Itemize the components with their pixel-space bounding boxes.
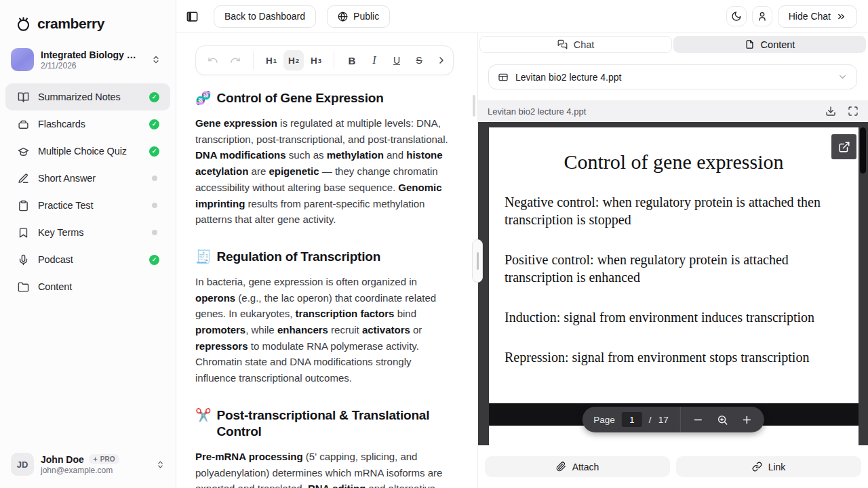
download-icon[interactable] (825, 106, 836, 117)
sidebar-item-key-terms[interactable]: Key Terms (5, 219, 170, 246)
sidebar: cramberry Integrated Biology S… 2/11/202… (0, 0, 176, 488)
panel-tabs: Chat Content (479, 36, 866, 53)
chevrons-up-down-icon (151, 55, 161, 64)
sidebar-item-short-answer[interactable]: Short Answer (5, 165, 170, 192)
status-badge: ✓ (149, 119, 159, 129)
app-name: cramberry (37, 16, 104, 32)
underline-button[interactable]: U (387, 50, 407, 70)
slide-title: Control of gene expression (489, 150, 859, 174)
app-logo: cramberry (15, 15, 176, 32)
fullscreen-icon[interactable] (848, 106, 859, 117)
section-paragraph: In bacteria, gene expression is often or… (195, 274, 454, 386)
sidebar-nav: Summarized Notes ✓ Flashcards ✓ Multiple… (5, 83, 170, 300)
section-heading: 🧬 Control of Gene Expression (195, 90, 454, 106)
zoom-out-icon[interactable] (692, 414, 704, 426)
sidebar-item-label: Podcast (38, 254, 140, 265)
heading3-button[interactable]: H3 (306, 50, 326, 70)
dna-emoji-icon: 🧬 (195, 90, 212, 106)
file-select-value: Levitan bio2 lecture 4.ppt (515, 72, 621, 83)
user-icon (757, 11, 768, 22)
chat-bubble-icon (557, 39, 568, 49)
dark-mode-button[interactable] (726, 6, 747, 26)
status-badge (149, 201, 159, 211)
slide-page-1: Control of gene expression Negative cont… (489, 127, 859, 403)
toolbar-more-button[interactable] (431, 50, 452, 70)
strikethrough-button[interactable]: S (409, 50, 429, 70)
pencil-icon (18, 173, 29, 184)
toolbar-divider (253, 52, 254, 69)
sidebar-item-label: Flashcards (38, 119, 140, 129)
editor-toolbar: H1 H2 H3 B I U S (195, 45, 454, 75)
document-icon (745, 39, 755, 49)
zoom-in-icon[interactable] (741, 414, 753, 426)
tab-content[interactable]: Content (673, 36, 866, 53)
sidebar-item-flashcards[interactable]: Flashcards ✓ (5, 110, 170, 138)
sidebar-item-content[interactable]: Content (5, 273, 170, 300)
public-button[interactable]: Public (327, 5, 390, 28)
page-total: 17 (658, 415, 669, 425)
slide-paragraph: Positive control: when regulatory protei… (505, 251, 843, 286)
user-menu[interactable]: JD John Doe PRO john@example.com (0, 443, 176, 488)
project-date: 2/11/2026 (41, 61, 144, 70)
graduation-cap-icon (18, 146, 29, 157)
viewer-filename: Levitan bio2 lecture 4.ppt (488, 106, 814, 117)
external-link-icon (838, 141, 850, 153)
toolbar-divider (334, 52, 334, 69)
sidebar-item-practice-test[interactable]: Practice Test (5, 192, 170, 219)
section-paragraph: Gene expression is regulated at multiple… (195, 115, 454, 228)
back-to-dashboard-button[interactable]: Back to Dashboard (214, 5, 316, 28)
editor-scrollbar[interactable] (473, 95, 475, 117)
sidebar-item-multiple-choice-quiz[interactable]: Multiple Choice Quiz ✓ (5, 138, 170, 165)
hide-chat-button[interactable]: Hide Chat (778, 5, 857, 28)
heading1-button[interactable]: H1 (261, 50, 281, 70)
page-controls: Page / 17 (582, 407, 764, 432)
microphone-icon (18, 254, 29, 266)
magnifier-icon[interactable] (717, 414, 728, 426)
account-button[interactable] (752, 6, 772, 26)
notes-document[interactable]: 🧬 Control of Gene Expression Gene expres… (195, 85, 454, 488)
italic-button[interactable]: I (364, 50, 384, 70)
status-badge (149, 228, 159, 238)
moon-icon (731, 11, 742, 22)
link-button[interactable]: Link (676, 456, 861, 477)
viewer-scrollbar[interactable] (860, 127, 866, 174)
bold-button[interactable]: B (342, 50, 362, 70)
section-heading: ✂️ Post-transcriptional & Translational … (195, 407, 454, 440)
pane-resize-handle[interactable] (472, 239, 483, 283)
heading2-button[interactable]: H2 (283, 50, 304, 70)
link-icon (752, 462, 762, 472)
status-badge (149, 174, 159, 184)
slide-paragraph: Negative control: when regulatory protei… (505, 193, 843, 228)
globe-icon (338, 12, 348, 22)
open-external-button[interactable] (831, 134, 856, 159)
paperclip-icon (556, 462, 566, 472)
project-avatar (11, 48, 34, 71)
page-number-input[interactable] (622, 412, 642, 427)
slide-paragraph: Induction: signal from environment induc… (505, 308, 843, 326)
receipt-emoji-icon: 🧾 (195, 249, 212, 265)
tab-chat[interactable]: Chat (479, 36, 672, 53)
chevron-down-icon (837, 72, 848, 82)
content-panel: Chat Content Levitan bio2 lecture 4.ppt … (477, 33, 868, 488)
page-separator: / (649, 415, 652, 425)
redo-button[interactable] (225, 50, 245, 70)
section-heading: 🧾 Regulation of Transcription (195, 249, 454, 265)
ppt-viewer[interactable]: Control of gene expression Negative cont… (478, 122, 868, 445)
folder-icon (18, 281, 29, 293)
sidebar-item-podcast[interactable]: Podcast ✓ (5, 246, 170, 273)
undo-icon (208, 55, 218, 66)
user-email: john@example.com (41, 466, 149, 475)
file-select-dropdown[interactable]: Levitan bio2 lecture 4.ppt (488, 64, 857, 89)
attach-button[interactable]: Attach (485, 456, 670, 477)
sparkle-icon (92, 456, 98, 462)
status-badge: ✓ (149, 92, 159, 102)
clipboard-icon (18, 200, 29, 211)
project-selector[interactable]: Integrated Biology S… 2/11/2026 (11, 48, 161, 71)
sidebar-item-summarized-notes[interactable]: Summarized Notes ✓ (5, 83, 170, 110)
sidebar-item-label: Practice Test (38, 200, 140, 211)
book-open-icon (18, 92, 29, 103)
undo-button[interactable] (203, 50, 223, 70)
slide-paragraph: Repression: signal from environment stop… (505, 348, 843, 366)
panel-left-icon[interactable] (186, 10, 199, 23)
berry-logo-icon (15, 15, 32, 32)
